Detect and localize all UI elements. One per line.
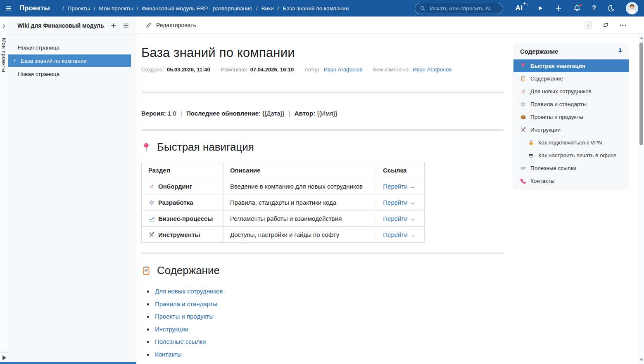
clipboard-icon xyxy=(520,76,526,82)
document-toolbar: Редактировать xyxy=(136,17,644,34)
goto-link[interactable]: Перейти → xyxy=(383,215,416,222)
toc-title: Содержание xyxy=(520,48,558,55)
modified-by-link[interactable]: Иван Агафонов xyxy=(413,66,452,73)
expand-rail-button[interactable] xyxy=(1,24,7,29)
list-item: Полезные ссылки xyxy=(146,336,504,348)
section-title: Быстрая навигация xyxy=(157,141,254,154)
wiki-sidebar: Wiki для Финансовый модуль... Новая стра… xyxy=(8,17,136,364)
table-row: Онбординг Введение в компанию для новых … xyxy=(142,178,425,194)
play-button[interactable] xyxy=(537,5,544,12)
breadcrumb-item-project[interactable]: Финансовый модуль ERP - развертывание xyxy=(142,5,252,12)
breadcrumb-separator: / xyxy=(136,5,138,12)
section-quick-nav: Быстрая навигация xyxy=(141,141,504,154)
notifications-button[interactable] xyxy=(573,5,581,12)
toc-subitem[interactable]: Как настроить печать в офисе xyxy=(513,149,629,162)
menu-icon[interactable] xyxy=(5,5,12,12)
list-item: Для новых сотрудников xyxy=(146,285,504,298)
main-area: Редактировать База знаний по компании Со… xyxy=(136,17,644,364)
help-button[interactable]: ? xyxy=(592,5,596,12)
meta-modified: Изменено:07.04.2026, 16:10 xyxy=(221,66,294,73)
edit-button[interactable]: Редактировать xyxy=(145,22,196,28)
breadcrumb-separator: / xyxy=(94,5,95,12)
section-contents: Содержание xyxy=(141,264,504,277)
sidebar-page-item[interactable]: Новая страница xyxy=(8,68,131,80)
content-link[interactable]: Полезные ссылки xyxy=(155,338,206,345)
meta-modified-by: Кем изменено:Иван Агафонов xyxy=(373,66,452,73)
toc-item[interactable]: Контакты xyxy=(513,175,629,187)
refresh-button[interactable] xyxy=(602,21,609,28)
content-link[interactable]: Правила и стандарты xyxy=(155,300,217,307)
page-title: База знаний по компании xyxy=(141,45,504,60)
breadcrumb-item-projects[interactable]: Проекты xyxy=(68,5,90,12)
content-link[interactable]: Инструкции xyxy=(155,326,188,333)
goto-link[interactable]: Перейти → xyxy=(383,199,416,206)
scroll-down-arrow[interactable] xyxy=(640,359,643,361)
top-navbar: Проекты / Проекты / Мои проекты / Финанс… xyxy=(0,0,644,17)
tools-icon xyxy=(148,232,155,238)
sidebar-list-icon[interactable] xyxy=(123,22,129,29)
pin-toc-button[interactable] xyxy=(617,48,624,55)
add-page-button[interactable] xyxy=(110,22,117,29)
toc-subitem[interactable]: Как подключиться к VPN xyxy=(513,136,629,149)
chevron-right-icon xyxy=(12,58,17,63)
toc-item[interactable]: Правила и стандарты xyxy=(513,98,629,111)
list-item: Контакты xyxy=(146,348,504,361)
breadcrumb-item-page[interactable]: База знаний по компании xyxy=(283,5,349,12)
search-box[interactable] xyxy=(415,3,503,14)
list-item: Правила и стандарты xyxy=(146,298,504,311)
wiki-page-list: Новая страница База знаний по компании Н… xyxy=(8,35,136,80)
col-header: Раздел xyxy=(142,162,223,178)
wiki-title: Wiki для Финансовый модуль... xyxy=(17,22,105,29)
ai-assistant-button[interactable]: AI xyxy=(516,4,526,12)
more-button[interactable] xyxy=(619,21,627,29)
toc-item[interactable]: Полезные ссылки xyxy=(513,162,629,175)
toc-item[interactable]: Для новых сотрудников xyxy=(513,85,629,98)
scrollbar-thumb[interactable] xyxy=(639,43,643,145)
sidebar-page-item[interactable]: Новая страница xyxy=(8,41,131,54)
toc-item[interactable]: Инструкции xyxy=(513,123,629,136)
table-row: Бизнес-процессы Регламенты работы и взаи… xyxy=(142,210,425,227)
sidebar-page-item-selected[interactable]: База знаний по компании xyxy=(8,54,131,67)
pencil-icon xyxy=(145,22,152,28)
content-link[interactable]: Контакты xyxy=(155,351,182,358)
add-button[interactable] xyxy=(555,5,562,12)
breadcrumb: / Проекты / Мои проекты / Финансовый мод… xyxy=(62,5,409,12)
goto-link[interactable]: Перейти → xyxy=(383,231,416,238)
search-input[interactable] xyxy=(429,5,498,12)
section-title: Содержание xyxy=(157,264,220,277)
toc-panel-header: Содержание xyxy=(513,43,629,59)
package-icon xyxy=(520,114,526,120)
vertical-scrollbar[interactable] xyxy=(638,34,644,364)
avatar[interactable] xyxy=(626,2,638,14)
toc-item[interactable]: Содержание xyxy=(513,72,629,85)
content-link[interactable]: Для новых сотрудников xyxy=(155,288,223,295)
export-button[interactable] xyxy=(584,21,592,29)
divider xyxy=(141,129,504,131)
contents-link-list: Для новых сотрудников Правила и стандарт… xyxy=(146,285,504,361)
breadcrumb-item-my-projects[interactable]: Мои проекты xyxy=(99,5,133,12)
breadcrumb-separator: / xyxy=(278,5,279,12)
author-link[interactable]: Иван Агафонов xyxy=(323,66,362,73)
breadcrumb-separator: / xyxy=(256,5,258,12)
toc-item[interactable]: Проекты и продукты xyxy=(513,111,629,123)
table-row: Инструменты Доступы, настройки и гайды п… xyxy=(142,227,425,243)
version-line: Версия: 1.0 | Последнее обновление: {{Да… xyxy=(141,110,504,117)
page-meta: Создано:05.03.2026, 11:40 Изменено:07.04… xyxy=(141,66,504,73)
sidebar-horizontal-scrollbar[interactable] xyxy=(0,362,136,364)
rail-bottom-expand-button[interactable] xyxy=(2,355,6,360)
rocket-icon xyxy=(520,88,526,95)
content-link[interactable]: Проекты и продукты xyxy=(155,313,214,320)
quick-nav-table: Раздел Описание Ссылка Онбординг Введени… xyxy=(141,162,425,243)
goto-link[interactable]: Перейти → xyxy=(383,183,416,190)
tools-icon xyxy=(520,127,526,133)
toc-item[interactable]: Быстрая навигация xyxy=(513,59,629,72)
search-icon xyxy=(420,5,426,12)
rail-label[interactable]: Мои проекты xyxy=(1,38,7,72)
pin-icon xyxy=(141,142,151,152)
chart-icon xyxy=(148,215,155,222)
app-title[interactable]: Проекты xyxy=(19,4,50,12)
theme-toggle-button[interactable] xyxy=(607,5,615,12)
breadcrumb-item-wiki[interactable]: Вики xyxy=(261,5,274,12)
scroll-up-arrow[interactable] xyxy=(640,37,643,39)
meta-created: Создано:05.03.2026, 11:40 xyxy=(141,66,210,73)
